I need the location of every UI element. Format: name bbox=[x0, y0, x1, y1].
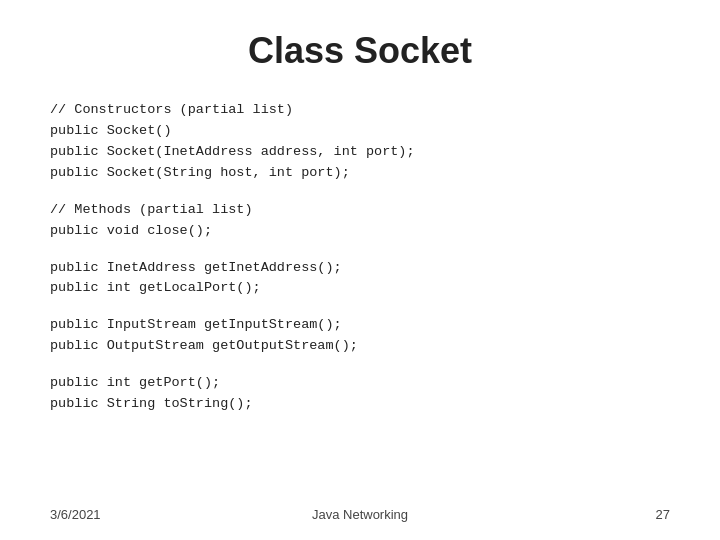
code-methods-streams: public InputStream getInputStream(); pub… bbox=[50, 315, 670, 357]
footer-title: Java Networking bbox=[312, 507, 408, 522]
slide-title: Class Socket bbox=[50, 30, 670, 72]
code-constructors: // Constructors (partial list) public So… bbox=[50, 100, 670, 184]
footer-page: 27 bbox=[656, 507, 670, 522]
slide: Class Socket // Constructors (partial li… bbox=[0, 0, 720, 540]
footer-date: 3/6/2021 bbox=[50, 507, 101, 522]
code-methods-address: public InetAddress getInetAddress(); pub… bbox=[50, 258, 670, 300]
code-methods-close: // Methods (partial list) public void cl… bbox=[50, 200, 670, 242]
code-methods-port: public int getPort(); public String toSt… bbox=[50, 373, 670, 415]
slide-content: // Constructors (partial list) public So… bbox=[50, 100, 670, 520]
